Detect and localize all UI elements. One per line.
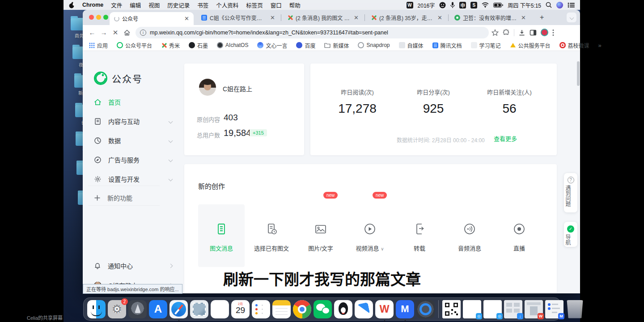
creation-item-article[interactable]: 图文消息 [198,204,245,267]
dock-trash-icon[interactable] [566,300,584,318]
account-photo-avatar[interactable] [199,79,216,96]
menu-chrome[interactable]: Chrome [82,2,103,8]
menu-window[interactable]: 窗口 [271,1,282,9]
dock-finder-icon[interactable] [87,300,106,318]
sidebar-item-home[interactable]: 首页 [94,97,172,106]
dock-mubu-icon[interactable]: M [396,300,414,318]
dock-minimized-qr-window[interactable] [442,300,461,318]
dock-mail-icon[interactable] [190,300,208,318]
sidebar-item-data[interactable]: 数据 [94,136,172,145]
bookmark-folder-newmedia[interactable]: 新媒体 [324,42,349,49]
bookmark-public-service[interactable]: 公共服务平台 [510,42,551,49]
home-button[interactable] [121,27,133,38]
spotlight-search-icon[interactable] [546,2,552,8]
dock-minimized-safari-window[interactable]: ◎ [463,300,481,318]
tab-close-icon[interactable]: ✕ [183,15,190,22]
menu-bookmarks[interactable]: 书签 [197,1,208,9]
zoom-window-button[interactable] [103,15,108,20]
dock-minimized-mubu-window[interactable]: M [545,300,564,318]
bookmarks-overflow-chevron[interactable]: » [598,42,602,49]
bookmark-wenxinyiyan[interactable]: 文心一言 [257,42,287,49]
scrollbar-thumb[interactable] [577,61,580,86]
side-panel-icon[interactable] [530,29,537,36]
tab-close-icon[interactable]: ✕ [520,14,527,21]
bookmark-snapdrop[interactable]: Snapdrop [358,42,390,48]
wifi-icon[interactable] [482,2,489,8]
menu-tabs[interactable]: 标签页 [246,1,263,9]
bookmark-baidu[interactable]: 百度 [296,42,315,49]
dock-calendar-icon[interactable]: 2月 29 [231,300,250,318]
close-window-button[interactable] [89,15,94,20]
tab-xiumi-35[interactable]: (2 条消息) 35岁，走了10年弯路 ✕ [366,10,447,25]
bookmark-lizhi[interactable]: 荔枝微课 [559,42,589,49]
dock-safari-icon[interactable] [169,300,188,318]
tab-gongzhonghao[interactable]: 公众号 ✕ [110,12,194,25]
tab-close-icon[interactable]: ✕ [269,14,276,21]
dock-feather-app-icon[interactable] [355,300,373,318]
nav-float-button[interactable]: ✓ 导航 [564,222,577,247]
creation-item-video[interactable]: new 视频消息 ∨ [347,204,393,267]
profile-avatar[interactable] [541,29,548,36]
menu-edit[interactable]: 编辑 [130,1,141,9]
bookmark-shimo[interactable]: 石墨 [189,42,208,49]
tab-xiumi-mytuwen[interactable]: (2 条消息) 我的图文 - 秀米XIU ✕ [283,10,363,25]
new-tab-button[interactable]: + [540,13,544,21]
wps-menubar-icon[interactable]: W [407,2,413,8]
minimize-window-button[interactable] [96,15,101,20]
bookmark-star-icon[interactable] [491,29,499,36]
forward-button[interactable]: → [98,27,110,38]
tab-close-icon[interactable]: ✕ [436,14,443,21]
bookmark-tencent-docs[interactable]: 腾讯文档 [432,42,462,49]
menu-help[interactable]: 帮助 [289,1,301,9]
input-language-icon[interactable]: 中 [459,2,466,8]
page-info-icon[interactable]: i [140,30,146,36]
stop-button[interactable]: ✕ [110,27,121,38]
control-center-icon[interactable] [568,2,575,8]
menu-file[interactable]: 文件 [111,1,122,9]
creation-item-existing-article[interactable]: 选择已有图文 [248,204,295,267]
sidebar-item-new-feature[interactable]: 新的功能 [94,193,172,202]
view-more-link[interactable]: 查看更多 [494,134,517,143]
sidebar-item-ads[interactable]: 广告与服务 [94,155,172,164]
apple-menu-icon[interactable] [69,2,75,8]
siri-icon[interactable] [556,2,563,8]
url-text[interactable]: mp.weixin.qq.com/cgi-bin/home?t=home/ind… [150,30,388,36]
tab-writing-course[interactable]: C姐《公众号写作变现课》 ✕ [197,10,280,25]
bookmark-xiumi[interactable]: 秀米 [161,42,180,49]
dock-wps-icon[interactable]: W [375,300,394,318]
menu-profiles[interactable]: 个人资料 [216,1,238,9]
dock-chrome-icon[interactable] [293,300,311,318]
tab-close-icon[interactable]: ✕ [353,14,360,21]
dock-wechat-icon[interactable] [314,300,332,318]
back-button[interactable]: ← [86,27,98,38]
bookmark-apps[interactable]: 应用 [89,42,108,49]
bookmark-aichatos[interactable]: AIchatOS [217,42,248,48]
bookmark-study-notes[interactable]: 学习笔记 [471,42,501,49]
menu-history[interactable]: 历史记录 [167,1,190,9]
tab-weizhe-article[interactable]: 卫哲：没有效率的增长，是在加 ✕ [450,10,530,25]
dock-launchpad-icon[interactable] [128,300,147,318]
mp-logo[interactable]: 公众号 [94,72,143,85]
sidebar-item-settings[interactable]: 设置与开发 [94,174,172,183]
creation-item-repost[interactable]: 转载 [396,204,443,267]
sogou-input-icon[interactable]: S [470,2,477,8]
dock-notes-icon[interactable] [272,300,291,318]
dock-photos-icon[interactable] [211,300,229,318]
dock-minimized-wps-window[interactable]: W [525,300,543,318]
dock-quicktime-icon[interactable] [416,300,435,318]
bookmark-zimeiti[interactable]: 自媒体 [399,42,424,49]
dock-system-preferences-icon[interactable]: ⚙2 [108,300,126,318]
dock-minimized-safari-window[interactable]: ◎ [483,300,502,318]
help-float-button[interactable]: ? 遇到问题 [564,173,577,212]
address-bar[interactable]: i mp.weixin.qq.com/cgi-bin/home?t=home/i… [136,27,489,38]
creation-item-image-text[interactable]: new 图片/文字 [297,204,344,267]
download-icon[interactable] [518,29,525,36]
dock-appstore-icon[interactable]: A [149,300,167,318]
creation-item-live[interactable]: 直播 [496,204,542,267]
menu-view[interactable]: 视图 [148,1,160,9]
extensions-icon[interactable] [503,29,510,36]
dock-qq-icon[interactable] [334,300,352,318]
tab-search-chevron-button[interactable] [567,13,576,22]
bookmark-mp-platform[interactable]: 公众号平台 [117,42,152,49]
dock-reminders-icon[interactable] [252,300,270,318]
